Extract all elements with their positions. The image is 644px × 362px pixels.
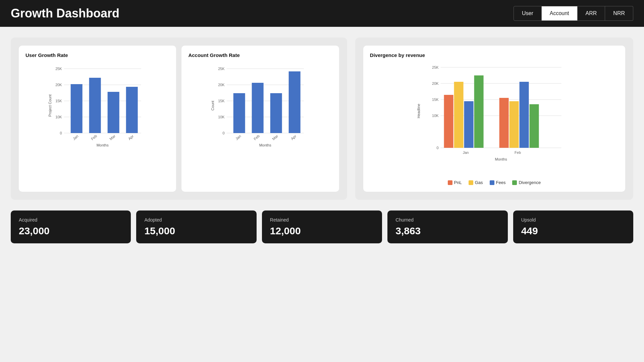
bar-mar — [270, 93, 282, 133]
svg-text:10K: 10K — [432, 114, 439, 118]
jan-fees — [464, 101, 473, 148]
svg-text:Feb: Feb — [90, 134, 98, 141]
legend-gas: Gas — [469, 180, 483, 185]
user-growth-svg: 25K 20K 15K 10K 0 Project Count — [25, 62, 169, 149]
svg-text:Feb: Feb — [253, 134, 260, 141]
svg-text:Jan: Jan — [72, 134, 79, 141]
svg-text:Headline: Headline — [416, 104, 420, 118]
main-content: User Growth Rate 25K 20K 15K 10K — [0, 27, 644, 254]
svg-text:0: 0 — [436, 146, 438, 150]
metric-retained: Retained 12,000 — [262, 210, 382, 243]
legend-gas-label: Gas — [475, 180, 483, 185]
metrics-row: Acquired 23,000 Adopted 15,000 Retained … — [11, 210, 633, 243]
user-growth-area: 25K 20K 15K 10K 0 Project Count — [25, 62, 169, 185]
page-title: Growth Dashboard — [11, 6, 119, 20]
legend-fees-label: Fees — [496, 180, 506, 185]
svg-text:Jan: Jan — [235, 134, 242, 141]
right-panel: Divergence by revenue 25K 20K 15K 10K 0 — [355, 38, 633, 200]
metric-upsold: Upsold 449 — [513, 210, 633, 243]
bar-feb — [252, 83, 264, 133]
feb-fees — [519, 82, 529, 148]
svg-text:20K: 20K — [218, 83, 225, 87]
feb-divergence — [529, 104, 539, 148]
svg-text:0: 0 — [223, 131, 225, 135]
account-growth-area: 25K 20K 15K 10K 0 Count — [188, 62, 332, 185]
svg-text:15K: 15K — [55, 99, 62, 103]
svg-text:Project Count: Project Count — [48, 95, 52, 117]
svg-text:25K: 25K — [432, 65, 439, 69]
metric-acquired: Acquired 23,000 — [11, 210, 131, 243]
jan-gas — [454, 82, 463, 148]
svg-text:Mar: Mar — [271, 134, 279, 141]
legend-fees: Fees — [490, 180, 506, 185]
nav-account[interactable]: Account — [542, 6, 578, 21]
feb-gas — [509, 101, 519, 148]
metric-upsold-label: Upsold — [521, 217, 625, 223]
legend-divergence: Divergence — [512, 180, 541, 185]
user-growth-chart-card: User Growth Rate 25K 20K 15K 10K — [19, 46, 176, 192]
svg-text:Apr: Apr — [127, 134, 135, 141]
nav-user[interactable]: User — [514, 6, 542, 21]
legend-pnl-color — [448, 180, 452, 185]
left-panel: User Growth Rate 25K 20K 15K 10K — [11, 38, 347, 200]
charts-row: User Growth Rate 25K 20K 15K 10K — [11, 38, 633, 200]
svg-text:15K: 15K — [218, 99, 225, 103]
legend-fees-color — [490, 180, 494, 185]
header-nav: User Account ARR NRR — [514, 6, 633, 21]
account-growth-svg: 25K 20K 15K 10K 0 Count — [188, 62, 332, 149]
metric-retained-value: 12,000 — [270, 225, 374, 237]
svg-text:Months: Months — [97, 143, 109, 147]
metric-churned-label: Churned — [395, 217, 499, 223]
nav-nrr[interactable]: NRR — [605, 6, 633, 21]
svg-text:25K: 25K — [55, 67, 62, 71]
metric-retained-label: Retained — [270, 217, 374, 223]
user-growth-title: User Growth Rate — [25, 52, 169, 58]
feb-pnl — [499, 98, 508, 148]
metric-acquired-label: Acquired — [19, 217, 123, 223]
divergence-svg: 25K 20K 15K 10K 0 Headline — [370, 61, 619, 175]
divergence-title: Divergence by revenue — [370, 52, 619, 58]
svg-text:Count: Count — [211, 101, 215, 110]
metric-churned: Churned 3,863 — [387, 210, 507, 243]
svg-text:25K: 25K — [218, 67, 225, 71]
svg-text:10K: 10K — [218, 115, 225, 119]
bar-apr — [126, 87, 138, 133]
svg-text:10K: 10K — [55, 115, 62, 119]
bar-jan — [233, 93, 245, 133]
legend-divergence-color — [512, 180, 517, 185]
svg-text:Months: Months — [259, 143, 272, 147]
legend-gas-color — [469, 180, 473, 185]
nav-arr[interactable]: ARR — [578, 6, 605, 21]
divergence-card: Divergence by revenue 25K 20K 15K 10K 0 — [363, 46, 625, 192]
svg-text:20K: 20K — [432, 81, 439, 85]
metric-adopted-label: Adopted — [144, 217, 248, 223]
metric-upsold-value: 449 — [521, 225, 625, 237]
bar-feb — [89, 78, 101, 133]
svg-text:Apr: Apr — [290, 134, 297, 141]
header: Growth Dashboard User Account ARR NRR — [0, 0, 644, 27]
metric-churned-value: 3,863 — [395, 225, 499, 237]
bar-jan — [71, 84, 83, 133]
svg-text:Jan: Jan — [463, 150, 469, 155]
svg-text:Mar: Mar — [109, 134, 116, 141]
legend-pnl: PnL — [448, 180, 462, 185]
legend-pnl-label: PnL — [454, 180, 462, 185]
legend-divergence-label: Divergence — [519, 180, 541, 185]
svg-text:20K: 20K — [55, 83, 62, 87]
jan-divergence — [474, 75, 483, 148]
jan-pnl — [444, 95, 453, 148]
metric-adopted-value: 15,000 — [144, 225, 248, 237]
account-growth-chart-card: Account Growth Rate 25K 20K 15K 10K — [181, 46, 339, 192]
svg-text:15K: 15K — [432, 98, 439, 102]
svg-text:Feb: Feb — [515, 150, 521, 155]
bar-apr — [289, 71, 301, 133]
svg-text:0: 0 — [60, 131, 62, 135]
metric-acquired-value: 23,000 — [19, 225, 123, 237]
chart-legend: PnL Gas Fees Divergence — [370, 180, 619, 185]
metric-adopted: Adopted 15,000 — [136, 210, 256, 243]
bar-mar — [108, 92, 119, 133]
svg-text:Months: Months — [495, 157, 507, 161]
account-growth-title: Account Growth Rate — [188, 52, 332, 58]
